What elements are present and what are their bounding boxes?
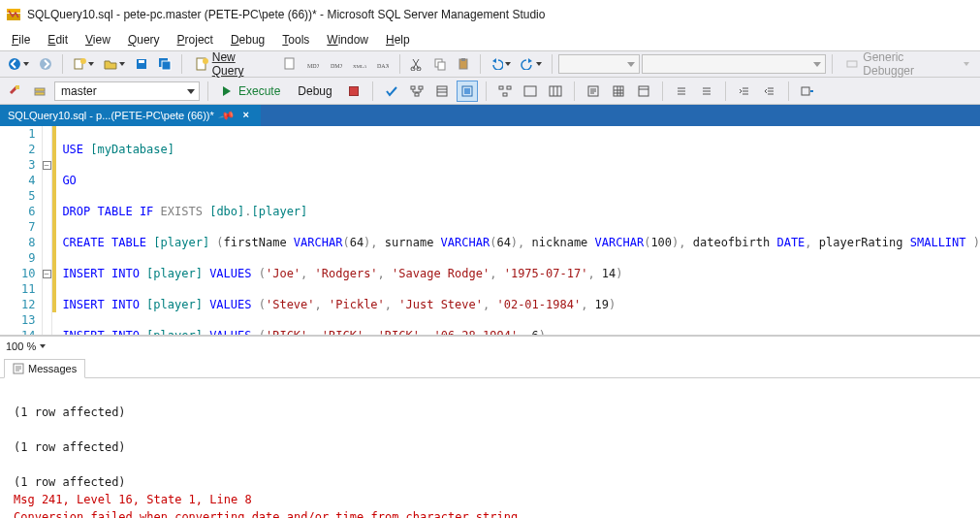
play-icon — [223, 86, 231, 96]
new-item-button[interactable] — [69, 53, 98, 75]
undo-button[interactable] — [487, 53, 516, 75]
svg-point-5 — [80, 58, 86, 64]
sql-toolbar: master Execute Debug — [0, 78, 980, 105]
svg-rect-22 — [461, 58, 465, 61]
tab-close-button[interactable]: × — [239, 109, 253, 122]
separator — [832, 54, 833, 74]
menu-debug[interactable]: Debug — [223, 31, 272, 49]
save-button[interactable] — [131, 53, 152, 75]
uncomment-button[interactable] — [696, 81, 717, 102]
query-options-button[interactable] — [431, 81, 453, 102]
intellisense-button[interactable] — [457, 81, 478, 102]
separator — [662, 81, 663, 101]
svg-point-11 — [203, 58, 208, 64]
connection-details-button[interactable] — [29, 81, 50, 102]
menu-edit[interactable]: Edit — [40, 31, 76, 49]
error-line: Conversion failed when converting date a… — [14, 510, 524, 518]
cancel-query-button[interactable] — [343, 81, 364, 102]
separator — [207, 81, 208, 101]
fold-gutter[interactable]: −− — [43, 126, 52, 335]
code-editor[interactable]: 1234567891011121314 −− USE [myDatabase] … — [0, 126, 980, 336]
nav-back-button[interactable] — [4, 53, 33, 75]
actual-plan-button[interactable] — [494, 81, 516, 102]
execute-button[interactable]: Execute — [216, 81, 287, 102]
results-to-file-button[interactable] — [633, 81, 654, 102]
comment-button[interactable] — [671, 81, 692, 102]
menu-view[interactable]: View — [78, 31, 118, 49]
messages-tab-label: Messages — [28, 363, 77, 374]
de-query-button[interactable] — [279, 53, 300, 75]
live-stats-button[interactable] — [520, 81, 541, 102]
app-icon — [6, 7, 21, 22]
menu-query[interactable]: Query — [120, 31, 168, 49]
results-tabstrip: Messages — [0, 355, 980, 378]
menu-bar[interactable]: File Edit View Query Project Debug Tools… — [0, 29, 980, 50]
estimated-plan-button[interactable] — [406, 81, 427, 102]
svg-rect-24 — [16, 85, 19, 89]
separator — [486, 81, 487, 101]
document-tabs: SQLQuery10.sql - p...(PETE-PC\pete (66))… — [0, 105, 980, 126]
zoom-value: 100 % — [6, 340, 36, 352]
svg-rect-33 — [499, 86, 503, 89]
svg-rect-7 — [139, 60, 144, 63]
paste-button[interactable] — [453, 53, 474, 75]
title-bar: SQLQuery10.sql - pete-pc.master (PETE-PC… — [0, 0, 980, 29]
message-line: (1 row affected) — [14, 405, 126, 419]
svg-rect-32 — [464, 88, 470, 94]
separator — [725, 81, 726, 101]
window-title: SQLQuery10.sql - pete-pc.master (PETE-PC… — [27, 8, 545, 21]
save-all-button[interactable] — [154, 53, 175, 75]
svg-rect-37 — [550, 86, 561, 96]
new-query-button[interactable]: New Query — [188, 53, 277, 75]
client-stats-button[interactable] — [545, 81, 566, 102]
svg-rect-40 — [639, 86, 648, 96]
generic-debugger-button[interactable]: Generic Debugger — [838, 53, 976, 75]
menu-help[interactable]: Help — [378, 31, 418, 49]
document-tab[interactable]: SQLQuery10.sql - p...(PETE-PC\pete (66))… — [0, 105, 261, 126]
message-line: (1 row affected) — [14, 475, 126, 489]
svg-rect-28 — [419, 86, 423, 89]
xmla-button[interactable]: XMLA — [349, 53, 370, 75]
dax-button[interactable]: DAX — [372, 53, 394, 75]
svg-rect-35 — [503, 93, 507, 96]
menu-tools[interactable]: Tools — [274, 31, 317, 49]
solution-config-combo[interactable] — [558, 54, 640, 74]
results-to-grid-button[interactable] — [608, 81, 629, 102]
menu-window[interactable]: Window — [319, 31, 376, 49]
svg-rect-9 — [162, 61, 171, 70]
svg-rect-27 — [411, 86, 415, 89]
specify-values-button[interactable] — [797, 81, 818, 102]
separator — [788, 81, 789, 101]
outdent-button[interactable] — [759, 81, 780, 102]
change-connection-button[interactable] — [4, 81, 25, 102]
menu-file[interactable]: File — [4, 31, 38, 49]
results-to-text-button[interactable] — [583, 81, 604, 102]
copy-button[interactable] — [429, 53, 451, 75]
database-value: master — [61, 84, 97, 98]
svg-rect-41 — [802, 87, 809, 95]
tab-pin-icon[interactable]: 📌 — [217, 107, 236, 124]
debug-button[interactable]: Debug — [291, 81, 338, 102]
svg-text:DAX: DAX — [377, 63, 389, 69]
code-area[interactable]: USE [myDatabase] GO DROP TABLE IF EXISTS… — [56, 126, 980, 335]
indent-button[interactable] — [734, 81, 755, 102]
parse-button[interactable] — [381, 81, 402, 102]
database-combo[interactable]: master — [54, 81, 200, 101]
tab-label: SQLQuery10.sql - p...(PETE-PC\pete (66))… — [8, 110, 214, 121]
separator — [62, 54, 63, 74]
mdx-button[interactable]: MDX — [302, 53, 324, 75]
open-item-button[interactable] — [100, 53, 129, 75]
cut-button[interactable] — [406, 53, 427, 75]
chevron-down-icon — [40, 344, 46, 348]
messages-tab[interactable]: Messages — [4, 359, 85, 378]
menu-project[interactable]: Project — [170, 31, 221, 49]
redo-button[interactable] — [517, 53, 546, 75]
separator — [574, 81, 575, 101]
nav-forward-button[interactable] — [35, 53, 56, 75]
zoom-control[interactable]: 100 % — [0, 336, 980, 355]
messages-pane[interactable]: (1 row affected) (1 row affected) (1 row… — [0, 378, 980, 518]
svg-rect-30 — [437, 86, 447, 96]
stop-icon — [349, 86, 359, 96]
dmx-button[interactable]: DMX — [326, 53, 347, 75]
solution-platform-combo[interactable] — [642, 54, 826, 74]
